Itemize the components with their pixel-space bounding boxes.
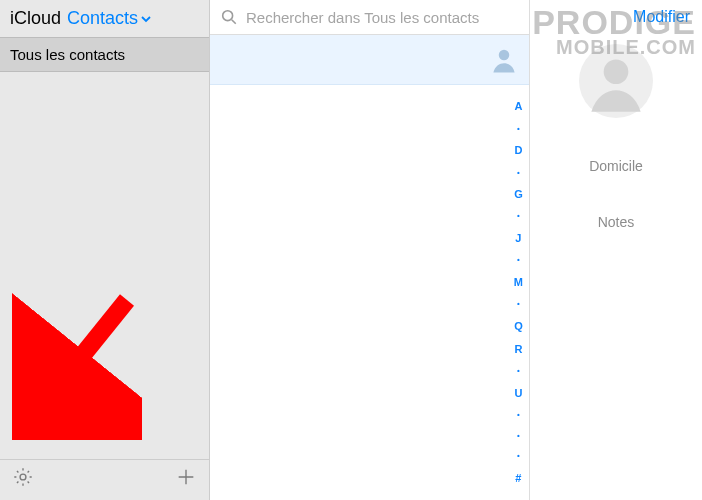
index-letter[interactable]: M	[514, 277, 523, 288]
field-domicile[interactable]: Domicile	[589, 158, 643, 174]
index-letter[interactable]: A	[514, 101, 522, 112]
index-letter[interactable]: G	[514, 189, 523, 200]
gear-icon	[12, 466, 34, 488]
index-letter[interactable]: •	[517, 452, 520, 460]
svg-point-2	[499, 49, 510, 60]
index-letter[interactable]: U	[514, 388, 522, 399]
index-letter[interactable]: •	[517, 367, 520, 375]
index-letter[interactable]: Q	[514, 321, 523, 332]
detail-body: Domicile Notes	[530, 34, 702, 230]
index-letter[interactable]: •	[517, 125, 520, 133]
field-notes[interactable]: Notes	[598, 214, 635, 230]
sidebar-spacer	[0, 72, 209, 459]
index-letter[interactable]: •	[517, 169, 520, 177]
index-letter[interactable]: •	[517, 432, 520, 440]
sidebar-group-all-contacts[interactable]: Tous les contacts	[0, 37, 209, 72]
sidebar-footer	[0, 459, 209, 500]
brand-label: iCloud	[10, 8, 61, 29]
section-dropdown[interactable]: Contacts	[67, 8, 152, 29]
search-icon	[220, 8, 238, 26]
index-letter[interactable]: •	[517, 300, 520, 308]
avatar	[579, 44, 653, 118]
index-letter[interactable]: •	[517, 411, 520, 419]
index-letter[interactable]: J	[515, 233, 521, 244]
index-letter[interactable]: •	[517, 212, 520, 220]
svg-point-4	[604, 59, 629, 84]
alphabet-index[interactable]: A•D•G•J•M•QR•U•••#	[514, 85, 523, 500]
selected-contact-row[interactable]	[210, 35, 529, 85]
chevron-down-icon	[140, 13, 152, 25]
contact-detail-panel: Modifier Domicile Notes	[530, 0, 702, 500]
contact-silhouette-icon	[489, 45, 519, 75]
detail-header: Modifier	[530, 0, 702, 34]
index-letter[interactable]: R	[514, 344, 522, 355]
settings-button[interactable]	[12, 466, 34, 492]
contacts-list-panel: A•D•G•J•M•QR•U•••#	[210, 0, 530, 500]
edit-button[interactable]: Modifier	[633, 8, 690, 26]
sidebar-group-label: Tous les contacts	[10, 46, 125, 63]
index-letter[interactable]: D	[514, 145, 522, 156]
search-bar[interactable]	[210, 0, 529, 35]
groups-sidebar: iCloud Contacts Tous les contacts	[0, 0, 210, 500]
sidebar-header: iCloud Contacts	[0, 0, 209, 37]
avatar-placeholder-icon	[579, 44, 653, 118]
search-input[interactable]	[246, 9, 519, 26]
index-letter[interactable]: •	[517, 256, 520, 264]
add-button[interactable]	[175, 466, 197, 492]
app-root: iCloud Contacts Tous les contacts	[0, 0, 702, 500]
contacts-list-body: A•D•G•J•M•QR•U•••#	[210, 85, 529, 500]
svg-point-1	[223, 11, 233, 21]
svg-point-0	[20, 474, 26, 480]
section-label: Contacts	[67, 8, 138, 29]
plus-icon	[175, 466, 197, 488]
index-letter[interactable]: #	[515, 473, 521, 484]
